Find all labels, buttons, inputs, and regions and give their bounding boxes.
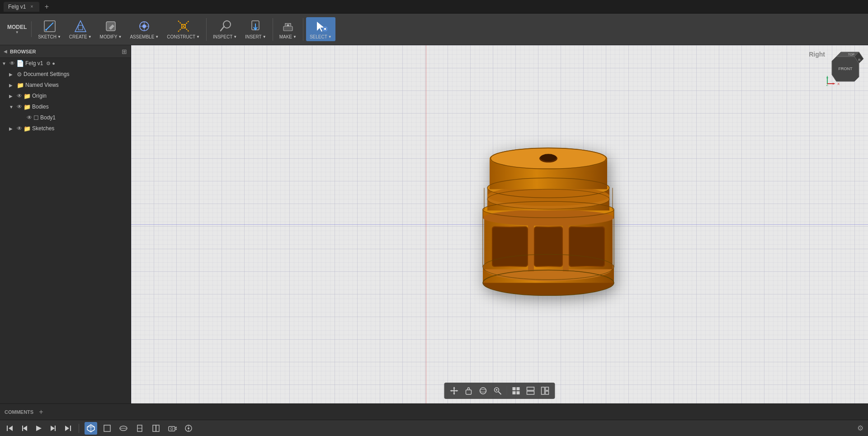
first-frame-button[interactable] [5, 423, 15, 434]
comment-bar: COMMENTS + [0, 403, 868, 420]
sidebar: ◀ BROWSER ⊞ ▼ 👁 📄 Felg v1 ⚙ ● ▶ ⚙ Docume… [0, 45, 131, 403]
tree-eye-sketches[interactable]: 👁 [17, 125, 22, 132]
svg-rect-73 [466, 390, 472, 394]
model-menu-button[interactable]: MODEL ▼ [3, 21, 32, 37]
tree-item-docsettings[interactable]: ▶ ⚙ Document Settings [0, 69, 131, 80]
front-view-button[interactable] [101, 422, 113, 435]
svg-rect-101 [104, 425, 110, 431]
add-tab-button[interactable]: + [42, 2, 51, 11]
assemble-label: ASSEMBLE ▼ [130, 34, 159, 39]
add-comment-button[interactable]: + [39, 408, 43, 416]
toolbar-make[interactable]: MAKE ▼ [276, 17, 300, 41]
svg-text:TOP: TOP [848, 53, 855, 56]
tree-expand-namedviews[interactable]: ▶ [9, 83, 15, 88]
tree-eye-bodies[interactable]: 👁 [17, 104, 22, 110]
toolbar-modify[interactable]: MODIFY ▼ [96, 17, 126, 41]
next-frame-button[interactable] [48, 423, 59, 434]
tree-item-namedviews[interactable]: ▶ 📁 Named Views [0, 80, 131, 90]
iso-view-button[interactable] [85, 422, 97, 435]
svg-point-112 [188, 427, 189, 429]
display-mode-1[interactable] [510, 384, 523, 397]
tree-settings-root[interactable]: ● [52, 61, 55, 66]
view-right-label: Right [809, 51, 825, 58]
svg-marker-96 [65, 426, 69, 431]
top-view-button[interactable] [117, 422, 130, 435]
toolbar-separator-1 [206, 18, 207, 41]
play-button[interactable] [33, 423, 44, 434]
display-mode-2[interactable] [524, 384, 537, 397]
tree-eye-origin[interactable]: 👁 [17, 93, 22, 99]
toolbar-construct[interactable]: CONSTRUCT ▼ [163, 17, 203, 41]
joints-button[interactable] [182, 422, 195, 435]
construct-label: CONSTRUCT ▼ [167, 34, 200, 39]
tree-expand-root[interactable]: ▼ [2, 61, 8, 66]
playbar-separator-1 [79, 424, 79, 433]
toolbar-assemble[interactable]: ASSEMBLE ▼ [126, 17, 162, 41]
toolbar-separator-3 [303, 18, 303, 41]
camera-view-button[interactable] [166, 422, 179, 435]
toolbar-insert[interactable]: INSERT ▼ [241, 17, 269, 41]
tree-gear-root[interactable]: ⚙ [46, 61, 51, 66]
close-tab-button[interactable]: × [28, 4, 35, 10]
svg-line-1 [46, 23, 53, 30]
tree-icon-bodies: 📁 [24, 104, 31, 110]
svg-point-74 [480, 388, 486, 394]
comments-label: COMMENTS [5, 409, 33, 415]
tree-expand-sketches[interactable]: ▶ [9, 126, 15, 131]
tree-item-body1[interactable]: ▶ 👁 ☐ Body1 [0, 112, 131, 123]
right-view-button[interactable] [133, 422, 146, 435]
tree-expand-docsettings[interactable]: ▶ [9, 72, 15, 77]
tree-label-origin: Origin [32, 93, 47, 99]
svg-text:FRONT: FRONT [839, 66, 853, 71]
svg-line-13 [221, 26, 224, 31]
browser-settings-icon[interactable]: ⊞ [122, 48, 127, 55]
tree-item-root[interactable]: ▼ 👁 📄 Felg v1 ⚙ ● [0, 58, 131, 69]
viewport[interactable]: Right FRONT TOP R Z X [131, 45, 868, 403]
toolbar-inspect[interactable]: INSPECT ▼ [209, 17, 241, 41]
viewport-toolbar [444, 383, 555, 399]
tree-expand-bodies[interactable]: ▼ [9, 104, 15, 109]
svg-rect-88 [546, 391, 549, 394]
toolbar-create[interactable]: CREATE ▼ [66, 17, 95, 41]
svg-marker-72 [457, 390, 458, 392]
svg-marker-90 [9, 426, 13, 431]
tree-item-bodies[interactable]: ▼ 👁 📁 Bodies [0, 101, 131, 112]
tree-eye-body1[interactable]: 👁 [27, 114, 32, 121]
last-frame-button[interactable] [62, 423, 73, 434]
construct-icon [176, 19, 191, 33]
svg-rect-20 [324, 28, 326, 30]
orbit-tool[interactable] [477, 384, 490, 397]
active-tab[interactable]: Felg v1 × [4, 2, 39, 12]
sidebar-collapse-button[interactable]: ◀ [4, 49, 7, 54]
toolbar-sketch[interactable]: SKETCH ▼ [34, 17, 64, 41]
prev-frame-button[interactable] [19, 423, 30, 434]
section-view-button[interactable] [150, 422, 162, 435]
svg-marker-91 [23, 426, 27, 431]
toolbar-select[interactable]: SELECT ▼ [306, 17, 335, 41]
playbar-settings-button[interactable]: ⚙ [857, 424, 863, 432]
model-label: MODEL [7, 24, 27, 30]
model-arrow: ▼ [15, 30, 19, 34]
select-label: SELECT ▼ [310, 34, 332, 39]
svg-marker-71 [450, 390, 452, 392]
zoom-search-tool[interactable] [491, 384, 504, 397]
svg-rect-86 [542, 387, 545, 394]
svg-marker-28 [826, 76, 828, 78]
tree-item-sketches[interactable]: ▶ 👁 📁 Sketches [0, 123, 131, 134]
inspect-icon [218, 19, 232, 33]
move-tool[interactable] [448, 384, 461, 397]
svg-marker-94 [51, 426, 55, 431]
tree-eye-root[interactable]: 👁 [9, 60, 15, 66]
svg-text:R: R [858, 58, 860, 62]
3d-model [467, 129, 630, 301]
view-cube[interactable]: FRONT TOP R Z X [825, 47, 866, 88]
svg-marker-109 [175, 427, 177, 430]
tree-expand-origin[interactable]: ▶ [9, 94, 15, 99]
tree-label-sketches: Sketches [32, 125, 54, 132]
tree-icon-root: 📄 [16, 60, 24, 67]
svg-rect-46 [570, 227, 604, 266]
svg-point-58 [540, 154, 557, 161]
tree-item-origin[interactable]: ▶ 👁 📁 Origin [0, 90, 131, 101]
display-mode-3[interactable] [539, 384, 552, 397]
pan-tool[interactable] [462, 384, 475, 397]
